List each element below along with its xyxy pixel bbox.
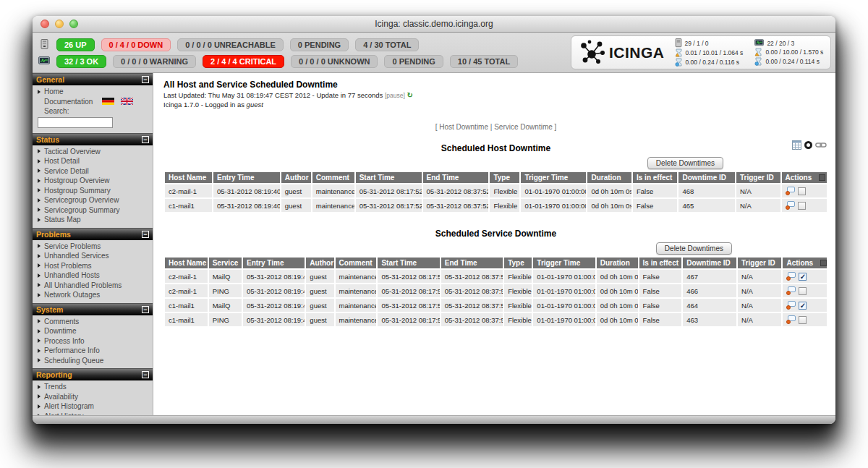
sidebar-item-service-problems[interactable]: Service Problems	[33, 242, 153, 252]
sidebar-item-process-info[interactable]: Process Info	[33, 336, 153, 346]
sidebar-item-tactical-overview[interactable]: Tactical Overview	[33, 147, 153, 157]
service-status-pill-10-45-total[interactable]: 10 / 45 TOTAL	[450, 55, 518, 68]
select-all-checkbox[interactable]	[819, 174, 825, 181]
duration-cell: 0d 0h 10m 0s	[587, 199, 631, 212]
column-header-downtime-id: Downtime ID	[678, 172, 735, 183]
sidebar-item-unhandled-services[interactable]: Unhandled Services	[33, 251, 153, 261]
delete-host-downtimes-button[interactable]: Delete Downtimes	[647, 157, 723, 169]
sidebar-item-alert-histogram[interactable]: Alert Histogram	[33, 401, 153, 412]
downtime-select-checkbox[interactable]	[798, 202, 806, 210]
column-header-duration: Duration	[597, 258, 638, 268]
sidebar-item-label: Downtime	[44, 327, 76, 336]
end-time-cell: 05-31-2012 08:37:52	[441, 270, 503, 283]
service-status-pill-0-0-0-unknown[interactable]: 0 / 0 / 0 UNKNOWN	[291, 55, 378, 68]
sidebar-item-availability[interactable]: Availability	[33, 392, 153, 402]
service-status-pill-32-3-ok[interactable]: 32 / 3 OK	[56, 55, 106, 68]
collapse-section-icon[interactable]: −	[142, 76, 149, 83]
downtime-select-checkbox[interactable]	[799, 287, 807, 295]
item-arrow-icon	[38, 349, 41, 353]
sidebar-item-label: Servicegroup Summary	[44, 206, 119, 215]
sidebar-item-hostgroup-summary[interactable]: Hostgroup Summary	[33, 186, 153, 196]
host-status-pill-4-30-total[interactable]: 4 / 30 TOTAL	[355, 38, 419, 51]
delete-downtime-icon[interactable]	[786, 315, 796, 324]
host-status-pill-0-0-0-unreachable[interactable]: 0 / 0 / 0 UNREACHABLE	[177, 38, 284, 51]
downtime-id-cell: 467	[683, 270, 736, 283]
sidebar-item-performance-info[interactable]: Performance Info	[33, 346, 153, 356]
sidebar-item-home[interactable]: Home	[33, 87, 153, 97]
entry-time-cell: 05-31-2012 08:19:40	[213, 199, 280, 212]
refresh-icon[interactable]: ↻	[407, 91, 413, 99]
sidebar-item-host-detail[interactable]: Host Detail	[33, 156, 153, 166]
sidebar-item-network-outages[interactable]: Network Outages	[33, 290, 153, 300]
trigger-id-cell: N/A	[736, 199, 780, 212]
sidebar-item-scheduling-queue[interactable]: Scheduling Queue	[33, 356, 153, 366]
sidebar-item-alert-history[interactable]: Alert History	[33, 412, 153, 416]
delete-downtime-icon[interactable]	[786, 187, 796, 195]
link-icon[interactable]	[815, 142, 827, 148]
sidebar-item-servicegroup-summary[interactable]: Servicegroup Summary	[33, 205, 153, 216]
delete-downtime-icon[interactable]	[786, 286, 796, 295]
item-arrow-icon	[38, 293, 41, 297]
comment-cell: maintenance	[336, 284, 377, 297]
sidebar-item-unhandled-hosts[interactable]: Unhandled Hosts	[33, 271, 153, 281]
close-button[interactable]	[41, 20, 49, 28]
ring-icon[interactable]	[804, 141, 812, 149]
downtime-select-checkbox[interactable]	[799, 316, 807, 324]
downtime-select-checkbox[interactable]	[798, 187, 806, 195]
delete-downtime-icon[interactable]	[786, 272, 796, 281]
window-titlebar[interactable]: Icinga: classic.demo.icinga.org	[33, 16, 835, 33]
german-flag-icon[interactable]	[102, 98, 114, 105]
service-status-pill-0-0-0-warning[interactable]: 0 / 0 / 0 WARNING	[113, 55, 196, 68]
delete-downtime-icon[interactable]	[786, 301, 796, 310]
sidebar-item-status-map[interactable]: Status Map	[33, 215, 153, 225]
sidebar-item-hostgroup-overview[interactable]: Hostgroup Overview	[33, 176, 153, 186]
item-arrow-icon	[38, 244, 41, 248]
sidebar-item-comments[interactable]: Comments	[33, 317, 153, 327]
service-status-pill-2-4-4-critical[interactable]: 2 / 4 / 4 CRITICAL	[203, 55, 284, 68]
column-header-type: Type	[490, 172, 519, 183]
end-time-cell: 05-31-2012 08:37:52	[441, 313, 503, 326]
host-downtime-row: c1-mail105-31-2012 08:19:40guestmaintena…	[165, 199, 827, 212]
sidebar-item-all-unhandled-problems[interactable]: All Unhandled Problems	[33, 281, 153, 291]
downtime-select-checkbox[interactable]: ✓	[799, 302, 807, 310]
sidebar-item-label: Trends	[44, 383, 67, 391]
collapse-section-icon[interactable]: −	[142, 231, 149, 238]
pause-link[interactable]: [pause]	[385, 92, 405, 99]
service-cell: MailQ	[209, 270, 242, 283]
delete-service-downtimes-button[interactable]: Delete Downtimes	[656, 242, 732, 255]
sidebar-item-servicegroup-overview[interactable]: Servicegroup Overview	[33, 195, 153, 205]
sidebar-item-label: Servicegroup Overview	[44, 196, 119, 205]
export-table-icon[interactable]	[792, 140, 801, 150]
host-status-pill-26-up[interactable]: 26 UP	[56, 38, 95, 51]
sidebar-item-trends[interactable]: Trends	[33, 382, 153, 392]
collapse-section-icon[interactable]: −	[142, 371, 149, 378]
service-downtime-link[interactable]: Service Downtime	[494, 123, 553, 131]
trigger-id-cell: N/A	[738, 284, 781, 297]
sidebar-item-service-detail[interactable]: Service Detail	[33, 166, 153, 176]
service-performance-stats: 22 / 20 / 30.00 / 10.00 / 1.570 s0.00 / …	[754, 39, 823, 66]
collapse-section-icon[interactable]: −	[142, 136, 149, 143]
sidebar-item-downtime[interactable]: Downtime	[33, 326, 153, 336]
sidebar-item-host-problems[interactable]: Host Problems	[33, 261, 153, 271]
host-downtime-link[interactable]: Host Downtime	[439, 123, 488, 131]
sidebar-search-input[interactable]	[38, 117, 113, 128]
zoom-button[interactable]	[69, 20, 78, 28]
sidebar-item-label: Host Detail	[44, 157, 80, 166]
select-all-checkbox[interactable]	[820, 260, 827, 266]
host-name-cell: c1-mail1	[165, 199, 212, 212]
sidebar-item-label: Hostgroup Overview	[44, 176, 110, 185]
uk-flag-icon[interactable]	[121, 98, 133, 105]
item-arrow-icon	[38, 319, 41, 323]
downtime-select-checkbox[interactable]: ✓	[799, 273, 807, 281]
sidebar-item-label: Unhandled Services	[44, 252, 109, 260]
minimize-button[interactable]	[55, 20, 64, 28]
collapse-section-icon[interactable]: −	[142, 306, 149, 313]
delete-downtime-icon[interactable]	[786, 201, 796, 210]
sidebar-item-label: Service Problems	[44, 242, 101, 251]
host-status-pill-0-pending[interactable]: 0 PENDING	[290, 38, 349, 51]
sidebar-item-label: Home	[44, 88, 64, 96]
service-status-pill-0-pending[interactable]: 0 PENDING	[384, 55, 443, 68]
trigger-time-cell: 01-01-1970 01:00:00	[521, 184, 586, 197]
sidebar-item-documentation[interactable]: Documentation	[33, 97, 153, 107]
host-status-pill-0-4-0-down[interactable]: 0 / 4 / 0 DOWN	[101, 38, 171, 51]
